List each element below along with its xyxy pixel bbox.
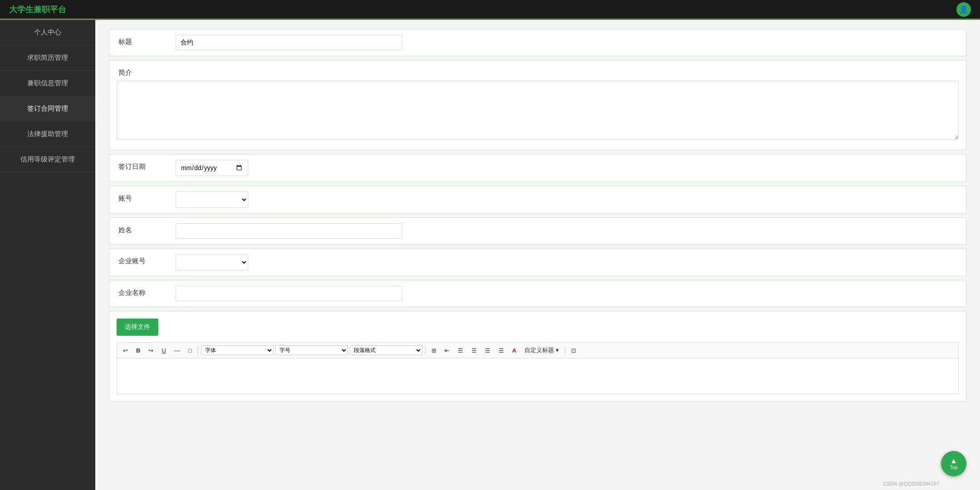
font-size-select[interactable]: 字号: [275, 345, 348, 355]
account-select[interactable]: [176, 191, 248, 208]
enterprise-account-select[interactable]: [176, 254, 248, 270]
bold-button[interactable]: B: [133, 345, 143, 356]
sidebar-item-credit-rating[interactable]: 信用等级评定管理: [0, 147, 95, 172]
fullscreen-button[interactable]: ⊡: [568, 345, 579, 356]
intro-row: 简介: [109, 60, 966, 150]
sidebar-item-contract-management[interactable]: 签订合同管理: [0, 96, 95, 122]
sign-date-label: 签订日期: [109, 154, 168, 179]
intro-textarea[interactable]: [117, 81, 959, 140]
font-color-button[interactable]: A: [509, 345, 519, 356]
sidebar-item-personal-center[interactable]: 个人中心: [0, 20, 95, 45]
custom-heading-button[interactable]: 自定义标题 ▾: [521, 344, 562, 356]
title-input-wrap: [168, 29, 966, 56]
name-row: 姓名: [109, 217, 966, 245]
content-area: 标题 简介 签订日期 账号: [95, 20, 980, 490]
toolbar-divider-2: [425, 346, 426, 354]
undo-button[interactable]: ↩: [120, 345, 131, 356]
title-input[interactable]: [176, 35, 402, 50]
sidebar-item-parttime-management[interactable]: 兼职信息管理: [0, 71, 95, 96]
back-to-top-label: Top: [950, 465, 958, 470]
site-title: 大学生兼职平台: [9, 4, 66, 15]
font-family-select[interactable]: 字体: [201, 345, 274, 355]
toolbar-divider-1: [198, 346, 198, 354]
table-insert-button[interactable]: ⊞: [428, 345, 440, 356]
enterprise-name-wrap: [168, 280, 966, 307]
name-wrap: [168, 218, 966, 244]
box-button[interactable]: □: [185, 345, 195, 356]
name-input[interactable]: [176, 223, 402, 239]
align-right-button[interactable]: ☰: [468, 345, 480, 356]
name-label: 姓名: [109, 218, 168, 243]
enterprise-account-wrap: [168, 249, 966, 276]
intro-textarea-wrap: [109, 81, 966, 145]
main-layout: 个人中心 求职简历管理 兼职信息管理 签订合同管理 法律援助管理 信用等级评定管…: [0, 20, 980, 490]
sign-date-wrap: [168, 154, 966, 181]
enterprise-account-label: 企业账号: [109, 249, 168, 274]
enterprise-name-row: 企业名称: [109, 280, 966, 307]
watermark: CSDN @QQ3295394197: [883, 481, 939, 486]
underline-button[interactable]: U: [158, 345, 169, 356]
back-to-top-button[interactable]: ▲ Top: [941, 451, 966, 476]
dash-button[interactable]: —: [171, 345, 183, 356]
user-avatar-icon[interactable]: 👤: [956, 2, 971, 17]
title-label: 标题: [109, 29, 168, 54]
redo-button[interactable]: ↪: [145, 345, 157, 356]
editor-body[interactable]: [117, 358, 959, 394]
account-label: 账号: [109, 186, 168, 211]
justify-button[interactable]: ☰: [482, 345, 494, 356]
unordered-list-button[interactable]: ☰: [495, 345, 507, 356]
intro-label: 简介: [109, 60, 168, 81]
sidebar: 个人中心 求职简历管理 兼职信息管理 签订合同管理 法律援助管理 信用等级评定管…: [0, 20, 95, 490]
align-left-button[interactable]: ⇤: [441, 345, 453, 356]
paragraph-format-select[interactable]: 段落格式: [350, 345, 422, 355]
sign-date-row: 签订日期: [109, 154, 966, 182]
enterprise-name-input[interactable]: [176, 286, 402, 301]
enterprise-account-row: 企业账号: [109, 248, 966, 276]
back-to-top-arrow-icon: ▲: [950, 457, 957, 465]
sidebar-item-legal-aid[interactable]: 法律援助管理: [0, 122, 95, 147]
account-row: 账号: [109, 186, 966, 214]
account-wrap: [168, 186, 966, 213]
editor-toolbar: ↩ B ↪ U — □ 字体 字号 段落格式 ⊞ ⇤ ☰: [117, 342, 959, 358]
select-file-button[interactable]: 选择文件: [117, 318, 158, 336]
editor-section: 选择文件 ↩ B ↪ U — □ 字体 字号 段落格式: [109, 311, 966, 402]
align-center-button[interactable]: ☰: [455, 345, 466, 356]
header: 大学生兼职平台 👤: [0, 0, 980, 20]
toolbar-divider-3: [565, 346, 565, 354]
title-row: 标题: [109, 29, 966, 56]
sign-date-input[interactable]: [176, 160, 248, 176]
sidebar-item-resume-management[interactable]: 求职简历管理: [0, 45, 95, 71]
enterprise-name-label: 企业名称: [109, 280, 168, 305]
